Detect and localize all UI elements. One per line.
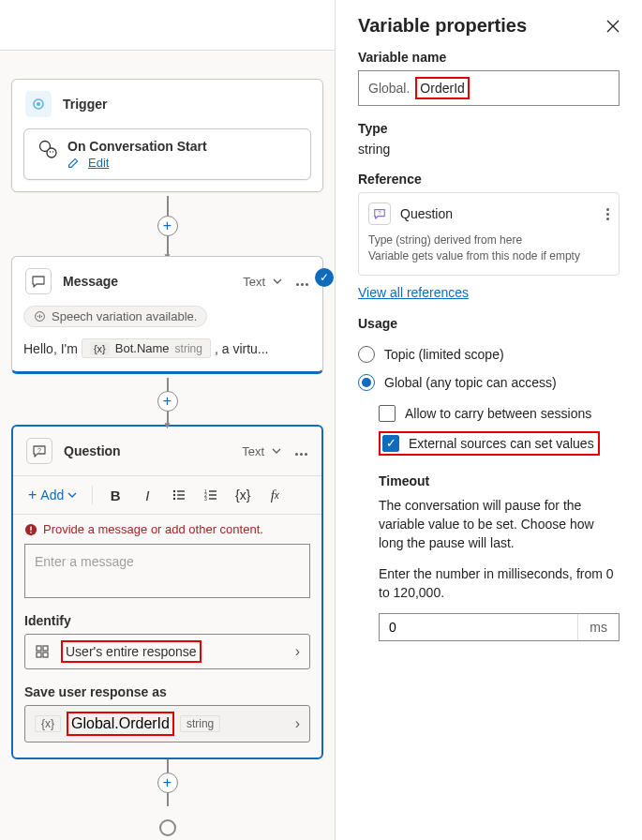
svg-rect-22: [209, 498, 216, 499]
reference-more-button[interactable]: [606, 208, 609, 220]
svg-point-13: [173, 494, 175, 496]
identify-label: Identify: [13, 613, 321, 634]
svg-rect-12: [177, 490, 185, 491]
add-button[interactable]: + Add: [22, 483, 82, 507]
variable-tag-icon: {x}: [90, 342, 110, 355]
italic-button[interactable]: I: [134, 482, 160, 508]
connector: +: [167, 759, 169, 806]
message-title: Message: [63, 274, 243, 289]
numbered-list-button[interactable]: 123: [198, 482, 224, 508]
question-node[interactable]: ? Question Text + Add B I 12: [11, 425, 323, 759]
panel-title: Variable properties: [358, 15, 527, 37]
message-mode[interactable]: Text: [243, 275, 265, 289]
variable-type: string: [175, 342, 202, 355]
variable-name: Bot.Name: [115, 341, 170, 355]
speech-icon: [34, 310, 46, 322]
view-all-references-link[interactable]: View all references: [358, 285, 469, 300]
add-node-button[interactable]: +: [157, 391, 178, 412]
timeout-input-row: ms: [379, 613, 620, 641]
question-icon: ?: [26, 438, 52, 464]
timeout-desc2: Enter the number in milliseconds, from 0…: [379, 564, 620, 603]
trigger-title: Trigger: [63, 97, 309, 112]
add-node-button[interactable]: +: [157, 216, 178, 236]
checkbox-checked-icon[interactable]: ✓: [382, 435, 399, 452]
save-response-picker[interactable]: {x} Global.OrderId string ›: [24, 705, 310, 742]
radio-checked-icon: [358, 374, 375, 391]
speech-variation-chip[interactable]: Speech variation available.: [23, 306, 207, 327]
message-input[interactable]: Enter a message: [24, 544, 310, 598]
speech-chip-text: Speech variation available.: [52, 309, 197, 323]
reference-label: Reference: [358, 172, 620, 187]
checkbox-unchecked-icon: [379, 405, 396, 422]
external-sources-highlight: ✓ External sources can set values: [379, 431, 600, 456]
usage-topic-radio[interactable]: Topic (limited scope): [358, 340, 620, 368]
trigger-node[interactable]: Trigger On Conversation Start Edit: [11, 79, 323, 192]
conversation-start-icon: [37, 139, 58, 159]
hello-suffix: , a virtu...: [215, 341, 269, 356]
reference-node-name[interactable]: Question: [400, 206, 597, 221]
svg-rect-28: [37, 652, 41, 657]
svg-rect-26: [37, 646, 41, 651]
variable-pill-botname[interactable]: {x} Bot.Name string: [82, 338, 211, 358]
message-more-button[interactable]: [295, 275, 309, 289]
carry-sessions-checkbox[interactable]: Allow to carry between sessions: [379, 400, 620, 427]
message-node[interactable]: ✓ Message Text Speech variation availabl…: [11, 256, 323, 374]
save-variable-name: Global.OrderId: [67, 712, 174, 736]
svg-rect-16: [177, 498, 185, 499]
svg-rect-24: [30, 526, 31, 530]
error-message: Provide a message or add other content.: [13, 515, 321, 540]
external-set-label: External sources can set values: [409, 436, 594, 451]
svg-rect-27: [43, 646, 48, 651]
canvas-top-bar: [0, 0, 335, 51]
arrow-icon: ▼: [163, 420, 172, 430]
message-icon: [25, 268, 52, 294]
type-value: string: [358, 142, 620, 157]
svg-rect-14: [177, 494, 185, 495]
variable-name-value: OrderId: [415, 77, 469, 99]
close-panel-button[interactable]: [606, 20, 620, 33]
message-content[interactable]: Hello, I'm {x} Bot.Name string , a virtu…: [23, 338, 311, 358]
save-variable-type: string: [180, 715, 220, 732]
end-node-icon: [159, 819, 176, 836]
svg-rect-25: [30, 532, 31, 532]
chevron-right-icon: ›: [295, 643, 300, 660]
timeout-input[interactable]: [380, 614, 577, 640]
entity-icon: [35, 644, 52, 659]
chevron-right-icon: ›: [295, 715, 300, 732]
bullet-list-button[interactable]: [166, 482, 192, 508]
variable-name-input[interactable]: Global. OrderId: [358, 70, 620, 106]
usage-global-radio[interactable]: Global (any topic can access): [358, 368, 620, 397]
variable-prefix: Global.: [368, 81, 410, 96]
hello-prefix: Hello, I'm: [23, 341, 78, 356]
bold-button[interactable]: B: [102, 482, 128, 508]
usage-global-label: Global (any topic can access): [384, 375, 557, 390]
usage-topic-label: Topic (limited scope): [384, 347, 504, 362]
identify-value: User's entire response: [61, 640, 202, 663]
svg-point-1: [37, 102, 40, 106]
chevron-down-icon: [273, 277, 282, 286]
identify-picker[interactable]: User's entire response ›: [24, 634, 310, 669]
error-icon: [24, 523, 37, 536]
svg-point-3: [47, 148, 56, 158]
add-node-button[interactable]: +: [157, 772, 178, 793]
carry-sessions-label: Allow to carry between sessions: [405, 406, 591, 421]
svg-point-5: [52, 151, 54, 153]
formula-button[interactable]: fx: [261, 482, 288, 508]
reference-sub-text: Type (string) derived from here Variable…: [368, 232, 609, 265]
edit-trigger-link[interactable]: Edit: [88, 156, 109, 170]
timeout-label: Timeout: [379, 473, 620, 488]
properties-panel: Variable properties Variable name Global…: [336, 0, 642, 840]
question-mode[interactable]: Text: [242, 444, 264, 458]
variable-button[interactable]: {x}: [230, 482, 256, 508]
connector: + ▼: [167, 196, 169, 256]
timeout-desc1: The conversation will pause for the vari…: [379, 496, 620, 553]
svg-rect-7: [37, 316, 38, 318]
trigger-icon: [25, 91, 52, 117]
edit-icon: [67, 157, 80, 169]
svg-rect-18: [209, 490, 216, 491]
svg-point-15: [173, 498, 175, 500]
type-label: Type: [358, 121, 620, 136]
question-more-button[interactable]: [294, 444, 308, 458]
connector: + ▼: [167, 378, 169, 425]
question-title: Question: [64, 443, 242, 458]
